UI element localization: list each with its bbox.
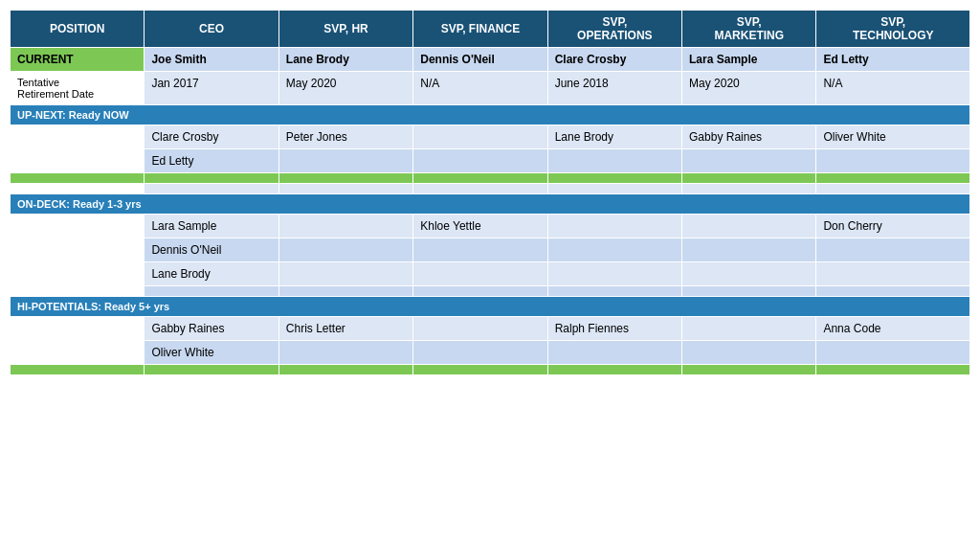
hipot-svpfin-2 bbox=[413, 341, 547, 365]
upnext-svpops-3 bbox=[547, 173, 681, 184]
ondeck-svptech-2 bbox=[816, 238, 970, 262]
upnext-svptech-3 bbox=[816, 173, 970, 184]
tentative-ceo: Jan 2017 bbox=[145, 72, 278, 105]
hipot-ceo-1: Gabby Raines bbox=[145, 317, 278, 341]
hipot-svpmkt-3 bbox=[682, 365, 816, 375]
hipot-row-1: Gabby Raines Chris Letter Ralph Fiennes … bbox=[11, 317, 970, 341]
ondeck-svpmkt-3 bbox=[682, 262, 816, 286]
upnext-svpops-1: Lane Brody bbox=[547, 125, 681, 149]
hipot-row-2: Oliver White bbox=[11, 341, 970, 365]
hipot-svpfin-3 bbox=[413, 365, 547, 375]
upnext-svpmkt-1: Gabby Raines bbox=[682, 125, 816, 149]
upnext-ceo-1: Clare Crosby bbox=[145, 125, 278, 149]
tentative-svpfin: N/A bbox=[413, 72, 547, 105]
hipot-svpops-2 bbox=[547, 341, 681, 365]
ondeck-svpfin-2 bbox=[413, 238, 547, 262]
hipot-svptech-1: Anna Code bbox=[816, 317, 970, 341]
tentative-svphr: May 2020 bbox=[278, 72, 412, 105]
upnext-label: UP-NEXT: Ready NOW bbox=[11, 105, 970, 125]
upnext-pos-3 bbox=[11, 173, 145, 184]
ondeck-pos-4 bbox=[11, 286, 145, 297]
ondeck-ceo-3: Lane Brody bbox=[145, 262, 278, 286]
col-header-svpfin: SVP, FINANCE bbox=[413, 11, 547, 48]
tentative-svptech: N/A bbox=[816, 72, 970, 105]
ondeck-svpfin-3 bbox=[413, 262, 547, 286]
hipot-ceo-2: Oliver White bbox=[145, 341, 278, 365]
ondeck-svpops-2 bbox=[547, 238, 681, 262]
hipot-row-3 bbox=[11, 365, 970, 375]
ondeck-svptech-1: Don Cherry bbox=[816, 215, 970, 238]
ondeck-row-4 bbox=[11, 286, 970, 297]
ondeck-row-1: Lara Sample Khloe Yettle Don Cherry bbox=[11, 215, 970, 238]
ondeck-row-2: Dennis O'Neil bbox=[11, 238, 970, 262]
tentative-label: TentativeRetirement Date bbox=[11, 72, 145, 105]
current-svphr: Lane Brody bbox=[278, 48, 412, 72]
upnext-svptech-2 bbox=[816, 149, 970, 173]
ondeck-svphr-1 bbox=[278, 215, 412, 238]
ondeck-ceo-1: Lara Sample bbox=[145, 215, 278, 238]
upnext-ceo-4 bbox=[145, 184, 278, 194]
col-header-svptech: SVP,TECHNOLOGY bbox=[816, 11, 970, 48]
ondeck-svpmkt-2 bbox=[682, 238, 816, 262]
succession-table: POSITION CEO SVP, HR SVP, FINANCE SVP,OP… bbox=[10, 10, 970, 375]
hipot-svpops-3 bbox=[547, 365, 681, 375]
hipot-label: HI-POTENTIALS: Ready 5+ yrs bbox=[11, 297, 970, 317]
hipot-svpmkt-2 bbox=[682, 341, 816, 365]
ondeck-svpops-3 bbox=[547, 262, 681, 286]
header-row: POSITION CEO SVP, HR SVP, FINANCE SVP,OP… bbox=[11, 11, 970, 48]
hipot-pos-3 bbox=[11, 365, 145, 375]
ondeck-svphr-2 bbox=[278, 238, 412, 262]
ondeck-ceo-2: Dennis O'Neil bbox=[145, 238, 278, 262]
ondeck-svpops-4 bbox=[547, 286, 681, 297]
ondeck-svptech-3 bbox=[816, 262, 970, 286]
hipot-svpops-1: Ralph Fiennes bbox=[547, 317, 681, 341]
hipot-section-header: HI-POTENTIALS: Ready 5+ yrs bbox=[11, 297, 970, 317]
upnext-ceo-2: Ed Letty bbox=[145, 149, 278, 173]
upnext-svptech-4 bbox=[816, 184, 970, 194]
ondeck-svpmkt-4 bbox=[682, 286, 816, 297]
current-svptech: Ed Letty bbox=[816, 48, 970, 72]
hipot-svpmkt-1 bbox=[682, 317, 816, 341]
current-label: CURRENT bbox=[11, 48, 145, 72]
ondeck-svpmkt-1 bbox=[682, 215, 816, 238]
upnext-svphr-3 bbox=[278, 173, 412, 184]
hipot-svptech-2 bbox=[816, 341, 970, 365]
col-header-svpops: SVP,OPERATIONS bbox=[547, 11, 681, 48]
ondeck-svpops-1 bbox=[547, 215, 681, 238]
upnext-row-1: Clare Crosby Peter Jones Lane Brody Gabb… bbox=[11, 125, 970, 149]
hipot-pos-2 bbox=[11, 341, 145, 365]
upnext-svpfin-1 bbox=[413, 125, 547, 149]
tentative-svpmkt: May 2020 bbox=[682, 72, 816, 105]
hipot-svphr-2 bbox=[278, 341, 412, 365]
ondeck-pos-3 bbox=[11, 262, 145, 286]
upnext-svpfin-4 bbox=[413, 184, 547, 194]
upnext-svpops-4 bbox=[547, 184, 681, 194]
tentative-row: TentativeRetirement Date Jan 2017 May 20… bbox=[11, 72, 970, 105]
hipot-pos-1 bbox=[11, 317, 145, 341]
upnext-row-2: Ed Letty bbox=[11, 149, 970, 173]
hipot-ceo-3 bbox=[145, 365, 278, 375]
current-row: CURRENT Joe Smith Lane Brody Dennis O'Ne… bbox=[11, 48, 970, 72]
col-header-svpmkt: SVP,MARKETING bbox=[682, 11, 816, 48]
ondeck-row-3: Lane Brody bbox=[11, 262, 970, 286]
ondeck-ceo-4 bbox=[145, 286, 278, 297]
hipot-svptech-3 bbox=[816, 365, 970, 375]
ondeck-label: ON-DECK: Ready 1-3 yrs bbox=[11, 194, 970, 215]
upnext-pos-2 bbox=[11, 149, 145, 173]
upnext-svpfin-2 bbox=[413, 149, 547, 173]
upnext-pos-4 bbox=[11, 184, 145, 194]
upnext-svpfin-3 bbox=[413, 173, 547, 184]
ondeck-svpfin-4 bbox=[413, 286, 547, 297]
ondeck-pos-2 bbox=[11, 238, 145, 262]
ondeck-pos-1 bbox=[11, 215, 145, 238]
ondeck-section-header: ON-DECK: Ready 1-3 yrs bbox=[11, 194, 970, 215]
col-header-position: POSITION bbox=[11, 11, 145, 48]
upnext-section-header: UP-NEXT: Ready NOW bbox=[11, 105, 970, 125]
current-ceo: Joe Smith bbox=[145, 48, 278, 72]
current-svpops: Clare Crosby bbox=[547, 48, 681, 72]
upnext-svptech-1: Oliver White bbox=[816, 125, 970, 149]
upnext-row-4 bbox=[11, 184, 970, 194]
upnext-svphr-2 bbox=[278, 149, 412, 173]
ondeck-svptech-4 bbox=[816, 286, 970, 297]
upnext-pos-1 bbox=[11, 125, 145, 149]
